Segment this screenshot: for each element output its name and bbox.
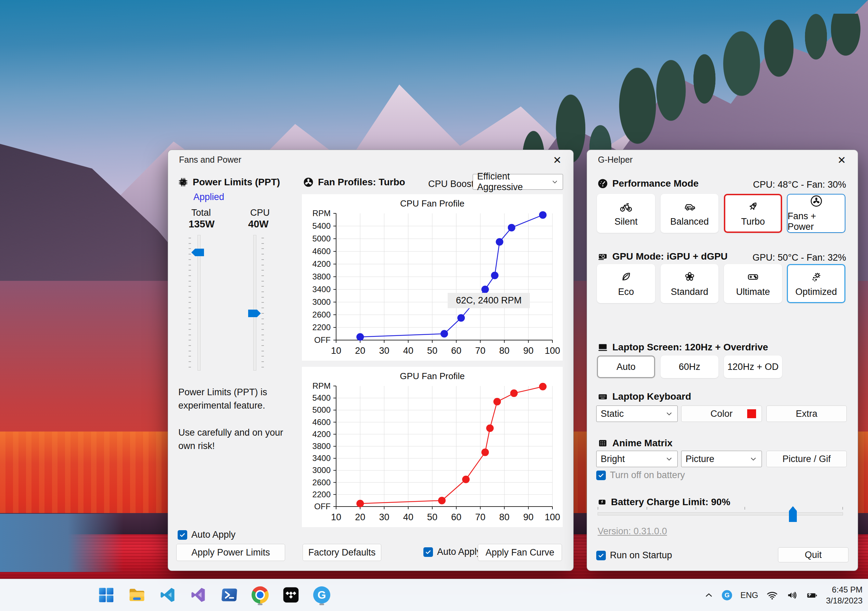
svg-text:80: 80: [499, 512, 510, 522]
vscode-icon: [159, 586, 177, 604]
clock[interactable]: 6:45 PM 3/18/2023: [826, 584, 863, 606]
cpu-boost-dropdown[interactable]: Efficient Aggressive: [473, 174, 563, 190]
cpu-label: CPU: [250, 208, 270, 218]
battery-slider-ticks: [598, 507, 844, 510]
checkbox-checked-icon[interactable]: [596, 551, 606, 560]
total-power-slider[interactable]: [185, 235, 212, 371]
apply-power-limits-button[interactable]: Apply Power Limits: [176, 544, 285, 561]
cpu-boost-value: Efficient Aggressive: [477, 171, 551, 193]
version-link[interactable]: Version: 0.31.0.0: [598, 526, 667, 537]
file-explorer-button[interactable]: [126, 584, 148, 606]
cpu-power-slider[interactable]: [241, 235, 268, 371]
quit-button[interactable]: Quit: [778, 547, 848, 562]
keyboard-mode-dropdown[interactable]: Static: [596, 406, 678, 422]
svg-text:50: 50: [427, 512, 437, 522]
screen-auto-button-selected[interactable]: Auto: [597, 356, 655, 378]
battery-slider-track[interactable]: [598, 512, 843, 515]
g-helper-tray-icon[interactable]: G: [722, 590, 732, 600]
chevron-down-icon: [665, 410, 673, 418]
checkbox-checked-icon[interactable]: [178, 530, 187, 540]
bicycle-icon: [620, 200, 632, 213]
gpu-fan-curve-chart[interactable]: 102030405060708090100OFF2200260030003400…: [302, 382, 563, 525]
cpu-boost-label: CPU Boost: [428, 179, 474, 190]
screen-120hz-od-button[interactable]: 120Hz + OD: [724, 356, 782, 378]
matrix-picture-gif-button[interactable]: Picture / Gif: [766, 451, 847, 467]
visual-studio-button[interactable]: [188, 584, 209, 606]
tidal-button[interactable]: [280, 584, 302, 606]
svg-text:3400: 3400: [313, 454, 331, 463]
svg-text:2600: 2600: [313, 310, 331, 319]
chevron-down-icon: [749, 455, 758, 463]
wifi-icon[interactable]: [766, 589, 778, 601]
battery-charging-icon[interactable]: [806, 589, 818, 601]
gpu-standard-button[interactable]: Standard: [660, 264, 718, 303]
total-value: 135W: [189, 219, 215, 230]
laptop-screen-title: Laptop Screen: 120Hz + Overdrive: [612, 342, 768, 353]
gpu-optimized-button-selected[interactable]: Optimized: [787, 264, 845, 303]
power-auto-apply-row[interactable]: Auto Apply: [178, 530, 236, 540]
gamepad-icon: [747, 270, 760, 283]
keyboard-extra-button[interactable]: Extra: [766, 406, 847, 422]
svg-text:60: 60: [451, 512, 461, 522]
gauge-icon: [597, 178, 608, 189]
cpu-fan-curve-chart[interactable]: 102030405060708090100OFF2200260030003400…: [302, 209, 563, 359]
matrix-battery-checkbox-row[interactable]: Turn off on battery: [596, 470, 685, 480]
gpu-mode-title: GPU Mode: iGPU + dGPU: [612, 251, 728, 262]
svg-text:4600: 4600: [313, 247, 331, 256]
volume-icon[interactable]: [786, 589, 798, 601]
run-on-startup-row[interactable]: Run on Startup: [596, 550, 672, 561]
checkbox-checked-icon[interactable]: [596, 471, 606, 480]
svg-text:4600: 4600: [313, 418, 331, 427]
gpu-ultimate-button[interactable]: Ultimate: [724, 264, 782, 303]
keyboard-color-button[interactable]: Color: [681, 406, 762, 422]
matrix-mode-dropdown[interactable]: Picture: [681, 451, 762, 467]
matrix-brightness-dropdown[interactable]: Bright: [596, 451, 678, 467]
laptop-keyboard-heading: Laptop Keyboard: [597, 391, 691, 402]
close-icon[interactable]: ✕: [830, 152, 853, 168]
factory-defaults-button[interactable]: Factory Defaults: [302, 544, 381, 561]
powershell-button[interactable]: [219, 584, 240, 606]
mode-silent-button[interactable]: Silent: [597, 194, 655, 233]
mode-fans-power-button[interactable]: Fans + Power: [787, 194, 845, 233]
chrome-button[interactable]: [249, 584, 271, 606]
g-helper-button[interactable]: G: [311, 584, 333, 606]
fan-profiles-title: Fan Profiles: Turbo: [318, 177, 405, 188]
cpu-fan-chart-panel[interactable]: CPU Fan Profile 102030405060708090100OFF…: [302, 194, 563, 361]
language-indicator[interactable]: ENG: [740, 591, 758, 600]
applied-status: Applied: [194, 192, 224, 202]
anime-matrix-heading: Anime Matrix: [597, 438, 673, 449]
fan-profiles-heading: Fan Profiles: Turbo: [303, 177, 405, 188]
gpu-chart-title: GPU Fan Profile: [302, 367, 563, 382]
slider-ticks: [262, 238, 264, 368]
keyboard-color-swatch: [747, 409, 756, 418]
start-button[interactable]: [95, 584, 117, 606]
svg-text:3000: 3000: [313, 297, 331, 306]
svg-text:100: 100: [544, 345, 560, 356]
slider-track[interactable]: [253, 235, 256, 371]
svg-text:70: 70: [475, 345, 485, 356]
tray-chevron-up-icon[interactable]: [704, 591, 714, 600]
auto-apply-label: Auto Apply: [437, 547, 481, 557]
fan-auto-apply-row[interactable]: Auto Apply: [423, 547, 481, 557]
total-slider-thumb[interactable]: [191, 249, 204, 256]
cpu-temp-fan-status: CPU: 48°C - Fan: 30%: [753, 179, 846, 190]
mode-balanced-button[interactable]: Balanced: [660, 194, 718, 233]
mode-turbo-button-selected[interactable]: Turbo: [724, 194, 782, 233]
fan-icon: [810, 194, 823, 208]
svg-text:5000: 5000: [313, 405, 331, 414]
gpu-eco-button[interactable]: Eco: [597, 264, 655, 303]
g-helper-icon: G: [313, 586, 330, 603]
run-on-startup-label: Run on Startup: [610, 550, 672, 561]
powershell-icon: [220, 586, 238, 604]
vscode-button[interactable]: [157, 584, 179, 606]
screen-60hz-button[interactable]: 60Hz: [660, 356, 718, 378]
tray-time: 6:45 PM: [826, 584, 863, 595]
cpu-slider-thumb[interactable]: [248, 309, 261, 317]
mode-label: Silent: [614, 216, 638, 227]
close-icon[interactable]: ✕: [546, 152, 569, 168]
mode-label: Standard: [671, 287, 708, 297]
apply-fan-curve-button[interactable]: Apply Fan Curve: [478, 544, 562, 561]
gpu-fan-chart-panel[interactable]: GPU Fan Profile 102030405060708090100OFF…: [302, 367, 563, 527]
svg-text:10: 10: [331, 345, 341, 356]
checkbox-checked-icon[interactable]: [423, 547, 433, 557]
